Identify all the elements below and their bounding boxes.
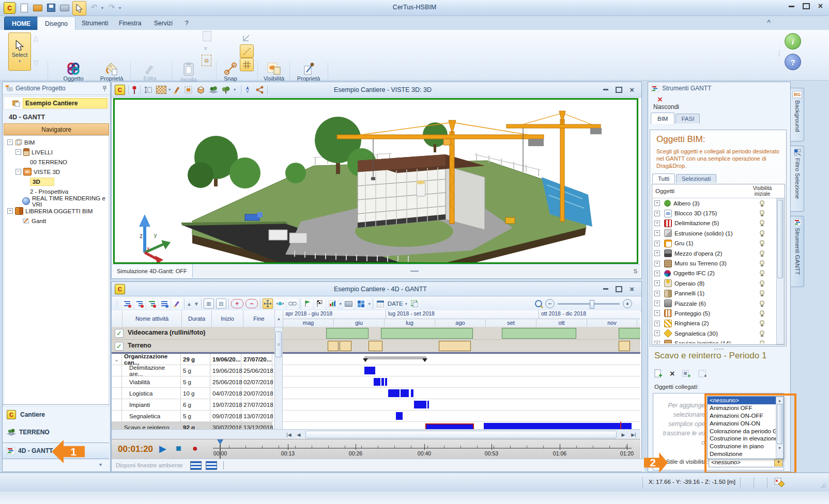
object-row-delimitazione[interactable]: +Delimitazione (5) (652, 218, 777, 228)
zoom-slider[interactable] (558, 303, 620, 305)
visibility-bulb-icon[interactable] (760, 310, 764, 317)
task-bar[interactable] (401, 389, 409, 397)
expand-icon[interactable]: + (654, 250, 660, 256)
scroll-thumb[interactable] (305, 431, 617, 438)
visibility-bulb-icon[interactable] (760, 200, 764, 207)
camera-period-bar[interactable] (619, 328, 640, 339)
side-tab-background[interactable]: BG Background (791, 88, 804, 141)
tree-item-livelli[interactable]: − LIVELLI (4, 147, 109, 157)
gantt-vertical-scrollbar[interactable]: ≡ (274, 327, 283, 430)
task-bar[interactable] (364, 367, 375, 374)
visibility-bulb-icon[interactable] (760, 320, 764, 326)
camera-period-bar[interactable] (502, 328, 576, 339)
terrain-period-bar[interactable] (340, 341, 351, 351)
visibility-bulb-icon[interactable] (760, 240, 764, 246)
add-subtask-icon[interactable] (134, 298, 145, 309)
expand-icon[interactable]: + (654, 230, 660, 236)
tab-finestra[interactable]: Finestra (112, 17, 148, 29)
expand-icon[interactable]: + (654, 291, 660, 296)
pin-icon[interactable] (102, 86, 107, 91)
scroll-thumb[interactable] (777, 404, 782, 444)
collapse-icon[interactable]: − (16, 169, 21, 175)
new-document-icon[interactable] (19, 2, 30, 13)
task-row-delimitazione[interactable]: Delimitazione are... 5 g 19/06/2018 25/0… (112, 365, 640, 376)
col-inizio[interactable]: Inizio (212, 310, 243, 327)
close-button[interactable]: × (818, 4, 823, 9)
side-tab-filtro-selezione[interactable]: Filtro Selezione (791, 146, 804, 212)
option-costruzione-piano[interactable]: Costruzione in piano (708, 443, 784, 450)
vegetation-2-icon[interactable] (221, 86, 231, 93)
chart-dropdown-icon[interactable]: ▾ (340, 302, 342, 306)
snap-line-toggle[interactable] (240, 44, 254, 58)
tree-item-3d[interactable]: 3D (4, 177, 109, 186)
zoom-slider-handle[interactable] (590, 300, 594, 309)
tree-item-viste3d[interactable]: − 3D VISTE 3D (4, 167, 109, 177)
task-bar[interactable] (385, 378, 387, 386)
col-durata[interactable]: Durata (182, 310, 212, 327)
arrange-windows-icon-1[interactable] (190, 461, 202, 470)
undo-icon[interactable]: ↶ (91, 3, 98, 12)
scroll-thumb[interactable] (777, 200, 783, 278)
collapse-icon[interactable]: − (7, 139, 13, 145)
snap-grid-toggle[interactable] (240, 58, 254, 71)
expand-icon[interactable]: + (654, 341, 660, 343)
texture-dropdown-icon[interactable]: ▾ (168, 87, 171, 92)
terrain-period-bar[interactable] (439, 341, 471, 351)
scroll-up-icon[interactable]: ▲ (776, 397, 783, 403)
object-row-piazzale[interactable]: +Piazzale (6) (652, 298, 777, 308)
collapse-icon[interactable]: − (16, 149, 21, 155)
maximize-button[interactable] (803, 3, 810, 9)
help-button[interactable]: ? (785, 54, 801, 70)
visibility-bulb-icon[interactable] (760, 280, 764, 287)
option-colorazione[interactable]: Colorazione da periodo GANTT (708, 427, 784, 435)
check-icon[interactable]: ✓ (115, 342, 124, 351)
terrain-period-bar[interactable] (328, 341, 339, 351)
paste-special-icon[interactable]: ▤ (202, 55, 211, 66)
zoom-in-button[interactable]: + (623, 299, 632, 308)
object-row-segnaletica[interactable]: +Segnaletica (30) (652, 328, 777, 338)
gantt-minimize-button[interactable] (603, 288, 608, 290)
option-animazioni-on-on[interactable]: Animazioni ON-ON (708, 419, 784, 427)
redo-icon[interactable]: ↷ (109, 3, 115, 12)
select-add-icon[interactable] (682, 370, 691, 378)
expand-icon[interactable]: + (654, 310, 660, 316)
tab-bim[interactable]: BIM (651, 113, 674, 124)
open-folder-icon[interactable] (32, 2, 43, 13)
object-row-estrusione[interactable]: +Estrusione (solido) (1) (652, 228, 777, 238)
table-scroll-up-icon[interactable]: ▲ (275, 310, 283, 327)
layout-icon[interactable] (409, 298, 420, 309)
task-bar[interactable] (414, 401, 426, 408)
shortcut-cantiere[interactable]: C Cantiere (3, 407, 109, 422)
nudge-down-icon[interactable]: ▽ (33, 59, 38, 67)
option-animazioni-off[interactable]: Animazioni OFF (708, 404, 784, 412)
tree-item-libreria[interactable]: + LIBRERIA OGGETTI BIM (4, 206, 109, 216)
camera-period-bar[interactable] (381, 328, 473, 339)
redo-dropdown-icon[interactable]: ▾ (119, 6, 121, 10)
expand-icon[interactable]: + (654, 321, 660, 326)
expand-icon[interactable]: + (654, 301, 660, 306)
object-row-muro[interactable]: +Muro su Terreno (3) (652, 258, 777, 268)
visibility-bulb-icon[interactable] (760, 330, 764, 337)
gantt-restore-button[interactable] (616, 286, 622, 292)
object-row-ponteggio[interactable]: +Ponteggio (5) (652, 308, 777, 318)
vegetation-icon[interactable] (209, 86, 218, 93)
task-bar[interactable] (381, 378, 384, 386)
collapse-ribbon-icon[interactable]: ^ (767, 19, 771, 26)
date-dropdown-icon[interactable]: ▾ (405, 302, 407, 306)
save-icon[interactable] (45, 2, 57, 13)
arrange-windows-icon-2[interactable] (206, 461, 217, 470)
delete-period-icon[interactable]: × (670, 370, 674, 377)
navigate-icon[interactable] (243, 86, 252, 94)
splitter-handle[interactable] (410, 271, 419, 272)
check-icon[interactable]: ✓ (115, 329, 124, 338)
expand-row-icon[interactable]: ⌄ (112, 354, 122, 365)
view-dropdown-icon[interactable]: ▾ (369, 302, 371, 306)
task-row-scavo[interactable]: Scavo e reinterro 92 g 30/07/2018 13/12/… (112, 422, 640, 429)
calendar-icon[interactable] (375, 298, 386, 309)
scroll-last-button[interactable]: ▶| (628, 431, 639, 438)
visibility-bulb-icon[interactable] (760, 210, 764, 216)
tab-servizi[interactable]: Servizi (147, 17, 180, 29)
scroll-left-button[interactable]: ◀ (294, 431, 303, 438)
tree-item-bim[interactable]: − BIM (4, 137, 109, 147)
tab-selezionati[interactable]: Selezionati (676, 174, 716, 183)
